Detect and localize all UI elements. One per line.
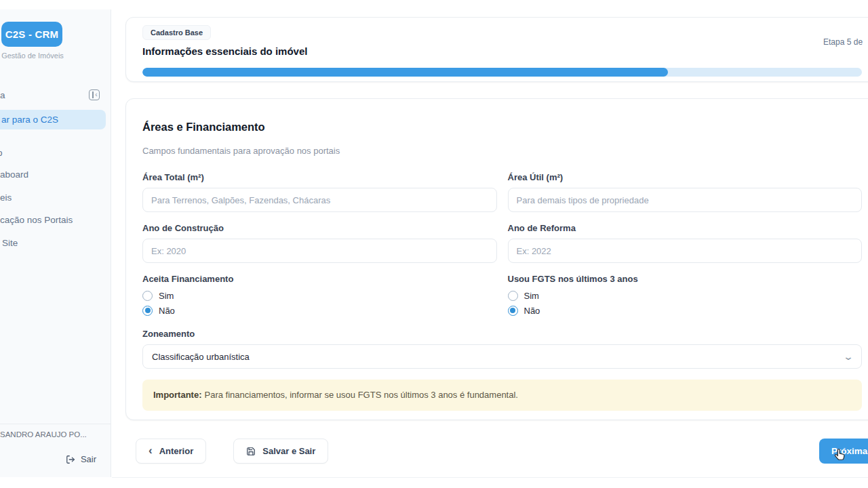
aceita-financiamento-nao[interactable]: Não — [142, 303, 497, 318]
sidebar-item-imoveis[interactable]: eis — [0, 192, 12, 203]
breadcrumb-badge: Cadastro Base — [142, 25, 211, 40]
save-and-exit-label: Salvar e Sair — [262, 446, 315, 456]
content-bottom-divider — [112, 477, 868, 478]
notice-text: Para financiamentos, informar se usou FG… — [205, 390, 518, 400]
ano-construcao-input[interactable] — [142, 239, 497, 263]
user-name: SANDRO ARAUJO PO... — [0, 430, 103, 439]
previous-button[interactable]: ‹ Anterior — [136, 439, 206, 464]
previous-label: Anterior — [159, 446, 194, 456]
radio-group-usou-fgts: Usou FGTS nos últimos 3 anos Sim Não — [508, 274, 863, 318]
page-title: Informações essenciais do imóvel — [142, 45, 307, 57]
sidebar-item-site[interactable]: Site — [2, 238, 18, 248]
ano-reforma-label: Ano de Reforma — [508, 223, 863, 233]
chevron-left-icon: ‹ — [149, 445, 153, 456]
logout-button[interactable]: Sair — [66, 454, 96, 464]
collapse-sidebar-icon[interactable] — [89, 89, 100, 100]
logout-label: Sair — [81, 454, 96, 464]
sidebar-item-publicacao-portais[interactable]: cação nos Portais — [0, 215, 73, 225]
ano-construcao-label: Ano de Construção — [142, 223, 497, 233]
chevron-down-icon: ⌄ — [843, 352, 854, 361]
section-subtitle: Campos fundamentais para aprovação nos p… — [142, 146, 862, 156]
app-logo-badge: C2S - CRM — [1, 22, 62, 47]
usou-fgts-sim[interactable]: Sim — [508, 288, 863, 303]
logout-icon — [66, 455, 75, 464]
field-area-util: Área Útil (m²) — [508, 172, 863, 212]
radio-group-aceita-financiamento: Aceita Financiamento Sim Não — [142, 274, 497, 318]
zoneamento-selected-value: Classificação urbanística — [152, 352, 250, 362]
usou-fgts-label: Usou FGTS nos últimos 3 anos — [508, 274, 863, 284]
field-zoneamento: Zoneamento Classificação urbanística ⌄ — [142, 329, 862, 369]
progress-bar-track — [142, 68, 862, 77]
wizard-footer: ‹ Anterior Salvar e Sair — [136, 439, 328, 464]
area-util-input[interactable] — [508, 188, 863, 212]
sidebar-section-label: a — [0, 90, 5, 100]
field-ano-construcao: Ano de Construção — [142, 223, 497, 263]
save-and-exit-button[interactable]: Salvar e Sair — [233, 439, 328, 464]
sidebar-item-voltar-c2s[interactable]: ar para o C2S — [0, 110, 106, 129]
radio-icon — [508, 291, 518, 301]
sidebar-item-0[interactable]: o — [0, 148, 3, 158]
section-title: Áreas e Financiamento — [142, 121, 862, 134]
area-total-input[interactable] — [142, 188, 497, 212]
form-card: Áreas e Financiamento Campos fundamentai… — [125, 98, 868, 420]
ano-reforma-input[interactable] — [508, 239, 863, 263]
aceita-financiamento-label: Aceita Financiamento — [142, 274, 497, 284]
zoneamento-label: Zoneamento — [142, 329, 862, 339]
zoneamento-select[interactable]: Classificação urbanística ⌄ — [142, 344, 862, 369]
form-grid: Área Total (m²) Área Útil (m²) Ano de Co… — [142, 172, 862, 411]
step-indicator: Etapa 5 de — [823, 37, 863, 47]
sidebar-item-label: ar para o C2S — [1, 115, 58, 125]
wizard-header-card: Cadastro Base Informações essenciais do … — [125, 17, 868, 82]
save-icon — [246, 447, 256, 456]
field-area-total: Área Total (m²) — [142, 172, 497, 212]
radio-icon — [142, 291, 153, 301]
field-ano-reforma: Ano de Reforma — [508, 223, 863, 263]
aceita-financiamento-sim[interactable]: Sim — [142, 288, 497, 303]
notice-bold: Importante: — [153, 390, 202, 400]
sidebar-item-dashboard[interactable]: aboard — [0, 169, 28, 180]
app-subtitle: Gestão de Imóveis — [0, 52, 65, 60]
radio-icon-selected — [508, 306, 518, 316]
usou-fgts-nao[interactable]: Não — [508, 303, 863, 318]
next-button[interactable]: Próxima — [819, 439, 868, 464]
radio-icon-selected — [142, 306, 153, 316]
area-util-label: Área Útil (m²) — [508, 172, 863, 182]
sidebar-divider — [0, 424, 111, 424]
sidebar: C2S - CRM Gestão de Imóveis a ar para o … — [0, 9, 111, 477]
area-total-label: Área Total (m²) — [142, 172, 497, 182]
important-notice: Importante:Para financiamentos, informar… — [142, 380, 862, 411]
next-label: Próxima — [831, 446, 867, 456]
progress-fill — [142, 68, 668, 77]
